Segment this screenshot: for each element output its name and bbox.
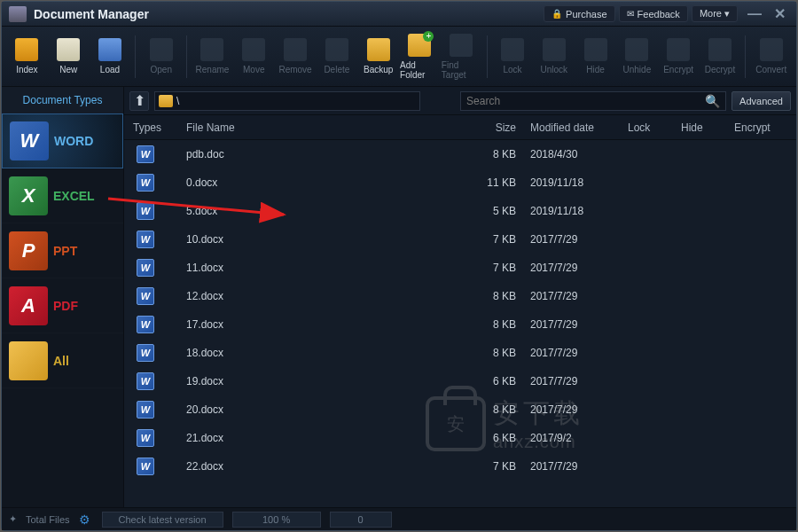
file-size: 8 KB <box>468 347 530 359</box>
tool-decrypt: Decrypt <box>700 30 740 83</box>
statusbar: ✦ Total Files ⚙ Check latest version 100… <box>2 507 796 530</box>
grid-header: Types File Name Size Modified date Lock … <box>124 115 796 140</box>
file-date: 2017/7/29 <box>530 460 628 473</box>
word-icon: W <box>10 121 49 160</box>
file-date: 2018/4/30 <box>530 148 628 160</box>
decrypt-icon <box>708 38 732 61</box>
file-name: 22.docx <box>186 460 468 473</box>
gear-icon[interactable]: ⚙ <box>79 512 93 527</box>
rename-icon <box>200 38 223 61</box>
file-row[interactable]: 0.docx11 KB2019/11/18 <box>124 168 796 197</box>
file-grid[interactable]: 安下载 anxz.com pdb.doc8 KB2018/4/300.docx1… <box>124 140 796 507</box>
word-file-icon <box>137 174 154 192</box>
folder-icon <box>159 95 173 107</box>
minimize-button[interactable]: — <box>745 6 764 22</box>
word-file-icon <box>137 259 154 277</box>
file-size: 6 KB <box>468 375 530 387</box>
file-name: 19.docx <box>186 375 468 387</box>
tool-move: Move <box>234 30 274 83</box>
file-row[interactable]: 10.docx7 KB2017/7/29 <box>124 225 796 254</box>
title-link-feedback[interactable]: ✉Feedback <box>619 5 688 22</box>
col-size[interactable]: Size <box>468 121 530 134</box>
file-date: 2017/7/29 <box>530 318 628 331</box>
sidebar-item-ppt[interactable]: PPPT <box>2 223 123 278</box>
title-link-more[interactable]: More ▾ <box>692 5 738 22</box>
word-file-icon <box>137 145 154 163</box>
file-row[interactable]: 19.docx6 KB2017/7/29 <box>124 367 796 395</box>
total-files-label: Total Files <box>26 514 70 525</box>
index-icon <box>15 38 38 61</box>
col-enc[interactable]: Encrypt <box>734 121 787 134</box>
tool-new[interactable]: New <box>49 30 89 83</box>
search-box[interactable]: 🔍 <box>460 91 726 111</box>
tool-index[interactable]: Index <box>7 30 47 83</box>
word-file-icon <box>137 316 154 333</box>
file-name: 11.docx <box>186 262 468 274</box>
file-row[interactable]: 11.docx7 KB2017/7/29 <box>124 254 796 282</box>
path-input[interactable]: \ <box>154 91 420 111</box>
unhide-icon <box>625 38 648 61</box>
col-types[interactable]: Types <box>133 121 186 134</box>
advanced-button[interactable]: Advanced <box>732 91 791 111</box>
tool-add-folder[interactable]: +Add Folder <box>400 30 440 83</box>
lock-icon <box>501 38 524 61</box>
word-file-icon <box>137 202 154 220</box>
file-row[interactable]: 12.docx8 KB2017/7/29 <box>124 282 796 310</box>
search-icon[interactable]: 🔍 <box>705 94 720 108</box>
sidebar-item-label: EXCEL <box>53 189 95 203</box>
check-version-button[interactable]: Check latest version <box>102 512 223 528</box>
file-row[interactable]: 20.docx8 KB2017/7/29 <box>124 395 796 424</box>
find-target-icon <box>450 34 473 57</box>
word-file-icon <box>137 429 154 447</box>
file-date: 2017/7/29 <box>530 262 628 274</box>
file-date: 2017/7/29 <box>530 290 628 302</box>
tool-delete: Delete <box>317 30 356 83</box>
file-date: 2019/11/18 <box>530 176 628 189</box>
add-folder-icon: + <box>408 34 431 57</box>
word-file-icon <box>137 372 154 390</box>
file-row[interactable]: 5.docx5 KB2019/11/18 <box>124 197 796 225</box>
file-name: 21.docx <box>186 432 468 444</box>
search-input[interactable] <box>466 95 705 107</box>
sidebar-item-label: All <box>53 354 69 368</box>
close-button[interactable]: ✕ <box>770 6 789 22</box>
file-name: 17.docx <box>186 318 468 331</box>
col-hide[interactable]: Hide <box>681 121 734 134</box>
file-date: 2017/7/29 <box>530 375 628 387</box>
delete-icon <box>325 38 348 61</box>
file-name: 12.docx <box>186 290 468 302</box>
total-files-icon: ✦ <box>9 513 17 525</box>
file-row[interactable]: 17.docx8 KB2017/7/29 <box>124 310 796 339</box>
tool-load[interactable]: Load <box>90 30 130 83</box>
col-date[interactable]: Modified date <box>530 121 628 134</box>
file-size: 8 KB <box>468 148 530 160</box>
sidebar-item-label: WORD <box>54 134 93 148</box>
title-link-purchase[interactable]: 🔒Purchase <box>544 5 614 22</box>
file-date: 2017/7/29 <box>530 347 628 359</box>
file-name: 10.docx <box>186 233 468 246</box>
remove-icon <box>284 38 307 61</box>
tool-lock: Lock <box>493 30 533 83</box>
sidebar-item-all[interactable]: All <box>2 333 123 388</box>
sidebar-title: Document Types <box>2 87 123 113</box>
sidebar-item-excel[interactable]: XEXCEL <box>2 168 123 223</box>
file-name: 20.docx <box>186 403 468 416</box>
file-date: 2017/7/29 <box>530 233 628 246</box>
file-size: 8 KB <box>468 403 530 416</box>
toolbar: IndexNewLoadOpenRenameMoveRemoveDeleteBa… <box>2 27 796 87</box>
tool-backup[interactable]: Backup <box>358 30 398 83</box>
file-row[interactable]: 18.docx8 KB2017/7/29 <box>124 339 796 367</box>
count-box: 0 <box>330 512 392 528</box>
hide-icon <box>584 38 607 61</box>
sidebar-item-word[interactable]: WWORD <box>2 113 123 168</box>
file-row[interactable]: 22.docx7 KB2017/7/29 <box>124 452 796 481</box>
col-lock[interactable]: Lock <box>628 121 681 134</box>
tool-encrypt: Encrypt <box>659 30 699 83</box>
word-file-icon <box>137 231 154 248</box>
up-button[interactable]: ⬆ <box>129 91 149 111</box>
file-row[interactable]: pdb.doc8 KB2018/4/30 <box>124 140 796 168</box>
col-name[interactable]: File Name <box>186 121 468 134</box>
file-row[interactable]: 21.docx6 KB2017/9/2 <box>124 424 796 452</box>
file-size: 8 KB <box>468 290 530 302</box>
sidebar-item-pdf[interactable]: APDF <box>2 278 123 333</box>
